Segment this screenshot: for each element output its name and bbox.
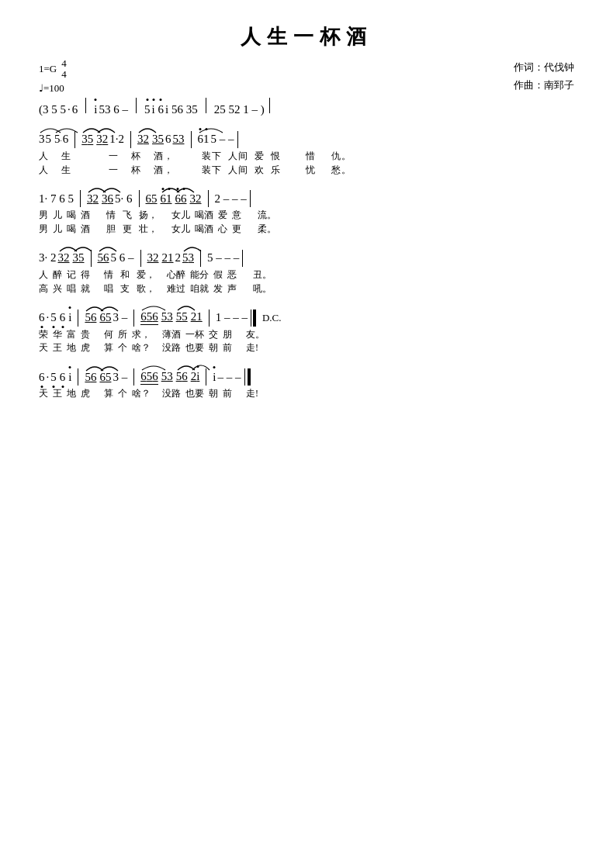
slur-32 [96, 125, 108, 134]
song-title: 人生一杯酒 [39, 23, 574, 50]
intro-dot1: · [68, 103, 71, 116]
row2-lyric1: 男 儿 喝 酒 情 飞 扬， 女儿 喝酒 爱 意 流。 [39, 209, 574, 222]
tempo: ♩=100 [39, 82, 67, 95]
row1-notes: 3 5 5· 6 [39, 131, 574, 148]
time-den: 4 [61, 69, 67, 80]
section-2: 1· 7 6 5 32 36 5· 6 [39, 190, 574, 236]
bar3 [206, 98, 206, 113]
bar-m1 [74, 131, 75, 148]
row3-notes: 3· 2 32 35 [39, 250, 574, 267]
credits: 作词：代伐钟 作曲：南郅子 [514, 58, 574, 95]
row1-lyric2: 人 生 一 杯 酒， 装下 人间 欢 乐 忧 愁。 [39, 164, 574, 177]
bar-m3 [191, 131, 192, 148]
row3-lyric1: 人 醉 记 得 情 和 爱， 心醉 能分 假 恶 丑。 [39, 268, 574, 282]
slur-svg-1 [39, 125, 51, 134]
bar-m2 [130, 131, 131, 148]
slur-32b [137, 125, 149, 134]
bar-end1 [237, 131, 238, 148]
section-1: 3 5 5· 6 [39, 131, 574, 177]
arc-35: 35 [81, 133, 93, 146]
section-3: 3· 2 32 35 [39, 250, 574, 296]
high-i-2: i [151, 103, 154, 116]
section-5: 6 · 5 6 i [39, 368, 574, 400]
slur-35 [81, 125, 93, 134]
row5-notes: 6 · 5 6 i [39, 368, 574, 386]
key-tempo: 1=G 4 4 ♩=100 [39, 58, 67, 95]
dc-label: D.C. [262, 312, 282, 324]
high-i-1: i [94, 103, 97, 116]
row3-lyric2: 高 兴 唱 就 唱 支 歌， 难过 咱就 发 声 吼。 [39, 282, 574, 296]
row4-notes: 6 · 5 6 i [39, 310, 574, 327]
key-label: 1=G [39, 63, 57, 75]
m2-3: 65 6 1 6 6 32 [146, 192, 202, 206]
arc-32b: 32 [137, 133, 149, 146]
time-num: 4 [61, 58, 67, 69]
time-sig: 4 4 [61, 58, 67, 81]
m4: 6 1 5 – – [198, 133, 234, 146]
intro-6: 6 [72, 103, 78, 116]
row2-notes: 1· 7 6 5 32 36 5· 6 [39, 190, 574, 207]
arc-61: 6 1 [198, 133, 210, 146]
section-4: 6 · 5 6 i [39, 310, 574, 355]
intro-line: (3 5 5· 6 i 53 6 – 5i 6 i 56 35 25 52 1 … [39, 98, 574, 117]
row4-lyric2: 天 王 地 虎 算 个 啥？ 没路 也要 朝 前 走! [39, 341, 574, 354]
intro-open-paren: (3 5 5 [39, 103, 66, 116]
row4-lyric1: 荣 华 富 贵 何 所 求， 薄酒 一杯 交 朋 友。 [39, 328, 574, 341]
arc-32: 32 [96, 133, 108, 146]
bar4 [269, 98, 270, 113]
m1: 3 5 5· 6 [39, 133, 68, 146]
arc-group-2: 5· 6 [54, 133, 68, 146]
m2-2: 32 36 5· 6 [87, 192, 133, 206]
composer: 作曲：南郅子 [514, 76, 574, 94]
bar2 [136, 98, 137, 113]
arc-group-1: 3 5 [39, 133, 51, 146]
row5-lyric1: 天 王 地 虎 算 个 啥？ 没路 也要 朝 前 走! [39, 387, 574, 400]
m3: 32 35 6 53 [137, 133, 185, 146]
row1-lyric1: 人 生 一 杯 酒， 装下 人间 爱 恨 惜 仇。 [39, 150, 574, 163]
m2: 35 32 1·2 [81, 133, 124, 146]
dot-5: 5· [54, 133, 62, 146]
high-6-1: 6 [158, 103, 165, 116]
page: 人生一杯酒 1=G 4 4 ♩=100 作词：代伐钟 作曲：南郅子 (3 5 5… [39, 23, 574, 400]
high-5-1: 5 [144, 103, 151, 116]
row2-lyric2: 男 儿 喝 酒 胆 更 壮， 女儿 喝酒 心 更 柔。 [39, 223, 574, 236]
lyricist: 作词：代伐钟 [514, 58, 574, 76]
bar1 [85, 98, 86, 113]
m2-1: 1· 7 6 5 [39, 192, 74, 206]
